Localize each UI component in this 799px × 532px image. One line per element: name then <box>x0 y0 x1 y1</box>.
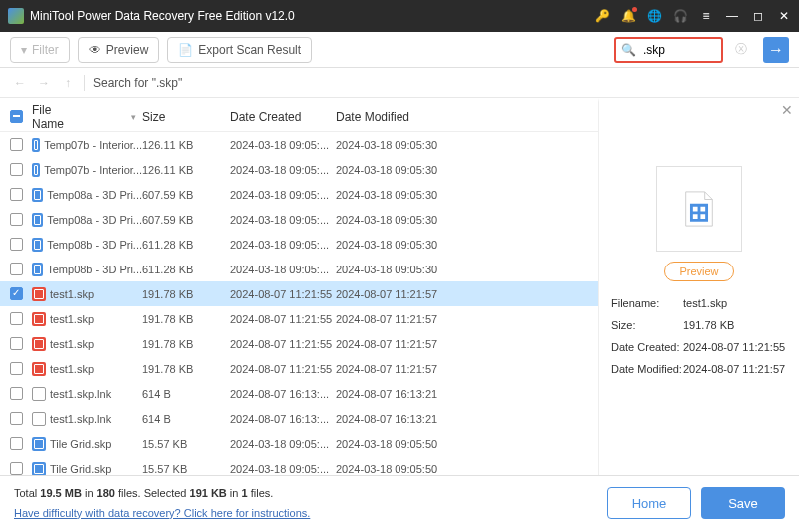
file-size: 126.11 KB <box>142 139 230 151</box>
close-panel-icon[interactable]: ✕ <box>781 102 793 118</box>
row-checkbox[interactable] <box>10 263 23 275</box>
file-size: 191.78 KB <box>142 313 230 325</box>
search-box[interactable]: 🔍 <box>614 37 723 63</box>
table-row[interactable]: test1.skp191.78 KB2024-08-07 11:21:55202… <box>0 306 598 331</box>
table-row[interactable]: Temp08b - 3D Pri...611.28 KB2024-03-18 0… <box>0 232 598 257</box>
headset-icon[interactable]: 🎧 <box>673 9 687 23</box>
file-type-icon <box>32 213 43 227</box>
file-type-icon <box>32 337 46 351</box>
toolbar: ▾ Filter 👁 Preview 📄 Export Scan Result … <box>0 32 799 68</box>
table-row[interactable]: test1.skp.lnk614 B2024-08-07 16:13:...20… <box>0 381 598 406</box>
row-checkbox[interactable] <box>10 312 23 325</box>
file-size: 15.57 KB <box>142 463 230 475</box>
row-checkbox[interactable] <box>10 437 23 450</box>
col-date-modified[interactable]: Date Modified <box>336 110 515 124</box>
row-checkbox[interactable] <box>10 287 23 300</box>
file-date-created: 2024-03-18 09:05:... <box>230 438 336 450</box>
file-date-created: 2024-08-07 16:13:... <box>230 413 336 425</box>
file-name: test1.skp <box>50 288 94 300</box>
row-checkbox[interactable] <box>10 213 23 226</box>
row-checkbox[interactable] <box>10 138 23 151</box>
col-filename[interactable]: File Name ▾ <box>32 103 142 131</box>
table-row[interactable]: Temp08a - 3D Pri...607.59 KB2024-03-18 0… <box>0 207 598 232</box>
file-date-modified: 2024-08-07 11:21:57 <box>336 338 515 350</box>
file-size: 191.78 KB <box>142 288 230 300</box>
preview-button[interactable]: 👁 Preview <box>78 37 160 63</box>
maximize-icon[interactable]: ◻ <box>751 9 765 23</box>
row-checkbox[interactable] <box>10 163 23 176</box>
home-button[interactable]: Home <box>607 487 691 519</box>
row-checkbox[interactable] <box>10 362 23 375</box>
file-type-icon <box>32 412 46 426</box>
file-type-icon <box>32 263 43 276</box>
app-logo-icon <box>8 8 24 24</box>
file-date-created: 2024-03-18 09:05:... <box>230 463 336 475</box>
file-type-icon <box>32 238 43 252</box>
row-checkbox[interactable] <box>10 462 23 475</box>
filter-button[interactable]: ▾ Filter <box>10 37 70 63</box>
app-title: MiniTool Power Data Recovery Free Editio… <box>30 9 295 23</box>
preview-panel: ✕ Preview Filename: test1.skp Size: 191.… <box>599 98 799 475</box>
search-input[interactable] <box>639 43 719 57</box>
file-name: Temp08b - 3D Pri... <box>47 239 142 251</box>
table-row[interactable]: Temp07b - Interior...126.11 KB2024-03-18… <box>0 132 598 157</box>
file-name: Tile Grid.skp <box>50 438 111 450</box>
nav-forward-icon[interactable]: → <box>36 76 52 90</box>
table-row[interactable]: Temp07b - Interior...126.11 KB2024-03-18… <box>0 157 598 182</box>
hamburger-icon[interactable]: ≡ <box>699 9 713 23</box>
file-date-modified: 2024-03-18 09:05:30 <box>336 214 515 226</box>
file-name: Temp07b - Interior... <box>44 164 142 176</box>
clear-search-icon[interactable]: ⓧ <box>731 41 751 58</box>
col-size[interactable]: Size <box>142 110 230 124</box>
status-bar: Total 19.5 MB in 180 files. Selected 191… <box>0 475 799 530</box>
file-type-icon <box>32 163 40 177</box>
search-go-button[interactable]: → <box>763 37 789 63</box>
table-row[interactable]: Temp08b - 3D Pri...611.28 KB2024-03-18 0… <box>0 257 598 281</box>
meta-dc-value: 2024-08-07 11:21:55 <box>683 341 787 353</box>
file-date-modified: 2024-03-18 09:05:30 <box>336 164 515 176</box>
file-size: 611.28 KB <box>142 239 230 251</box>
close-icon[interactable]: ✕ <box>777 9 791 23</box>
file-name: Temp07b - Interior... <box>44 139 142 151</box>
export-button[interactable]: 📄 Export Scan Result <box>167 37 312 63</box>
col-date-created[interactable]: Date Created <box>230 110 336 124</box>
table-row[interactable]: test1.skp191.78 KB2024-08-07 11:21:55202… <box>0 356 598 381</box>
table-row[interactable]: test1.skp191.78 KB2024-08-07 11:21:55202… <box>0 331 598 356</box>
file-name: test1.skp <box>50 338 94 350</box>
file-type-icon <box>32 362 46 376</box>
side-preview-button[interactable]: Preview <box>664 262 733 281</box>
file-name: test1.skp <box>50 313 94 325</box>
row-checkbox[interactable] <box>10 188 23 201</box>
key-icon[interactable]: 🔑 <box>595 9 609 23</box>
save-button[interactable]: Save <box>701 487 785 519</box>
table-row[interactable]: Temp08a - 3D Pri...607.59 KB2024-03-18 0… <box>0 182 598 207</box>
table-row[interactable]: Tile Grid.skp15.57 KB2024-03-18 09:05:..… <box>0 431 598 456</box>
file-date-modified: 2024-03-18 09:05:30 <box>336 264 515 275</box>
help-link[interactable]: Have difficulty with data recovery? Clic… <box>14 507 310 519</box>
arrow-right-icon: → <box>768 41 784 59</box>
file-date-modified: 2024-03-18 09:05:30 <box>336 239 515 251</box>
row-checkbox[interactable] <box>10 387 23 400</box>
globe-icon[interactable]: 🌐 <box>647 9 661 23</box>
row-checkbox[interactable] <box>10 412 23 425</box>
skp-file-icon <box>680 190 718 228</box>
file-size: 614 B <box>142 413 230 425</box>
file-type-icon <box>32 287 46 301</box>
table-row[interactable]: Tile Grid.skp15.57 KB2024-03-18 09:05:..… <box>0 456 598 475</box>
file-type-icon <box>32 437 46 451</box>
table-row[interactable]: test1.skp191.78 KB2024-08-07 11:21:55202… <box>0 281 598 306</box>
row-checkbox[interactable] <box>10 337 23 350</box>
select-all-checkbox[interactable] <box>10 110 23 123</box>
search-icon: 🔍 <box>618 43 639 57</box>
file-size: 607.59 KB <box>142 214 230 226</box>
row-checkbox[interactable] <box>10 238 23 251</box>
table-row[interactable]: test1.skp.lnk614 B2024-08-07 16:13:...20… <box>0 406 598 431</box>
file-type-icon <box>32 188 43 202</box>
file-date-modified: 2024-08-07 16:13:21 <box>336 388 515 400</box>
nav-up-icon[interactable]: ↑ <box>60 76 76 90</box>
minimize-icon[interactable]: — <box>725 9 739 23</box>
file-date-modified: 2024-08-07 11:21:57 <box>336 363 515 375</box>
bell-icon[interactable]: 🔔 <box>621 9 635 23</box>
nav-back-icon[interactable]: ← <box>12 76 28 90</box>
file-date-modified: 2024-08-07 11:21:57 <box>336 313 515 325</box>
